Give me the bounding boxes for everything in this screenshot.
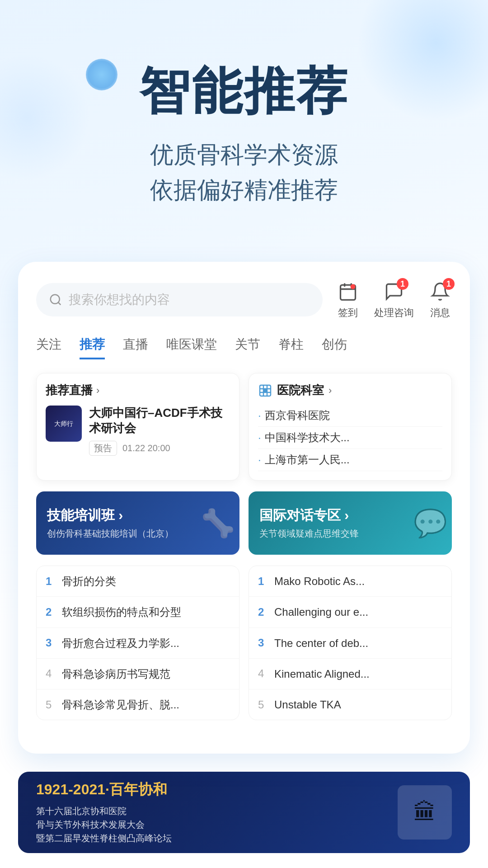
list-text-4: 骨科急诊病历书写规范 (62, 667, 170, 681)
live-title: 大师中国行–ACDF手术技术研讨会 (89, 406, 230, 436)
signin-label: 签到 (338, 306, 358, 320)
svg-point-5 (351, 284, 356, 289)
list-rtext-5: Unstable TKA (274, 698, 341, 712)
list-text-3: 骨折愈合过程及力学影... (62, 636, 179, 650)
banner-training-deco: 🦴 (201, 507, 235, 539)
live-meta: 预告 01.22 20:00 (89, 441, 230, 456)
nav-tabs: 关注 推荐 直播 唯医课堂 关节 脊柱 创伤 (36, 336, 452, 359)
bottom-banner-sub3: 暨第二届早发性脊柱侧凸高峰论坛 (36, 831, 398, 845)
hospital-card[interactable]: 医院科室 › 西京骨科医院 中国科学技术大... 上海市第一人民... (249, 373, 452, 481)
list-rnum-4: 4 (258, 667, 267, 680)
list-num-4: 4 (46, 667, 55, 680)
search-placeholder: 搜索你想找的内容 (69, 291, 170, 308)
building-icon: 🏛 (413, 799, 436, 826)
live-info: 大师中国行–ACDF手术技术研讨会 预告 01.22 20:00 (89, 406, 230, 456)
hero-title: 智能推荐 (27, 63, 461, 119)
toolbar-icons: 签到 1 处理咨询 1 消息 (336, 280, 452, 320)
list-rnum-1: 1 (258, 575, 267, 588)
search-icon (49, 293, 62, 307)
list-item[interactable]: 5 Unstable TKA (249, 689, 451, 720)
banner-training[interactable]: 技能培训班 › 创伤骨科基础技能培训（北京） 🦴 (36, 491, 239, 555)
hospital-item-1[interactable]: 西京骨科医院 (258, 405, 442, 427)
messages-label: 消息 (430, 306, 450, 320)
app-mockup-card: 搜索你想找的内容 签到 1 (18, 262, 470, 754)
live-card-arrow: › (96, 385, 99, 396)
list-left: 1 骨折的分类 2 软组织损伤的特点和分型 3 骨折愈合过程及力学影... 4 … (36, 566, 239, 720)
bottom-banner-title: 1921-2021·百年协和 (36, 780, 398, 800)
list-num-5: 5 (46, 698, 55, 711)
list-item[interactable]: 4 骨科急诊病历书写规范 (37, 659, 239, 689)
list-item[interactable]: 3 The center of deb... (249, 628, 451, 659)
live-card-title: 推荐直播 (46, 382, 93, 398)
consult-badge: 1 (397, 278, 408, 290)
banner-international-deco: 💬 (413, 507, 447, 539)
hero-subtitle-line2: 依据偏好精准推荐 (27, 172, 461, 208)
list-num-2: 2 (46, 606, 55, 618)
calendar-icon (338, 282, 358, 302)
toolbar-item-signin[interactable]: 签到 (336, 280, 360, 320)
messages-badge: 1 (443, 278, 455, 290)
list-num-3: 3 (46, 637, 55, 649)
list-item[interactable]: 1 骨折的分类 (37, 566, 239, 597)
svg-rect-7 (263, 389, 267, 392)
toolbar-item-consult[interactable]: 1 处理咨询 (374, 280, 414, 320)
hospital-header: 医院科室 › (258, 382, 442, 398)
list-rnum-2: 2 (258, 606, 267, 618)
chat-icon-wrap: 1 (382, 280, 406, 303)
hospital-item-3[interactable]: 上海市第一人民... (258, 449, 442, 471)
toolbar-item-messages[interactable]: 1 消息 (428, 280, 452, 320)
list-item[interactable]: 5 骨科急诊常见骨折、脱... (37, 689, 239, 720)
hero-section: 智能推荐 优质骨科学术资源 依据偏好精准推荐 (0, 0, 488, 235)
live-card-header: 推荐直播 › (46, 382, 230, 398)
hospital-card-title: 医院科室 (277, 382, 324, 398)
hero-subtitle-line1: 优质骨科学术资源 (27, 137, 461, 172)
list-num-1: 1 (46, 575, 55, 588)
list-text-5: 骨科急诊常见骨折、脱... (62, 698, 179, 712)
banner-international[interactable]: 国际对话专区 › 关节领域疑难点思维交锋 💬 (249, 491, 452, 555)
bottom-banner-right: 🏛 (398, 785, 452, 840)
bell-icon-wrap: 1 (428, 280, 452, 303)
list-item[interactable]: 1 Mako Robotic As... (249, 566, 451, 597)
list-rtext-1: Mako Robotic As... (274, 574, 365, 588)
banner-row: 技能培训班 › 创伤骨科基础技能培训（北京） 🦴 国际对话专区 › 关节领域疑难… (36, 491, 452, 555)
live-thumb-text: 大师行 (52, 418, 75, 429)
list-rtext-2: Challenging our e... (274, 605, 368, 619)
tab-follow[interactable]: 关注 (36, 336, 61, 359)
hospital-icon (258, 383, 272, 398)
list-item[interactable]: 4 Kinematic Aligned... (249, 659, 451, 689)
consult-label: 处理咨询 (374, 306, 414, 320)
search-row: 搜索你想找的内容 签到 1 (36, 280, 452, 320)
bottom-banner-sub1: 第十六届北京协和医院 (36, 804, 398, 818)
tab-recommend[interactable]: 推荐 (80, 336, 105, 359)
bottom-banner[interactable]: 1921-2021·百年协和 第十六届北京协和医院 骨与关节外科技术发展大会 暨… (18, 772, 470, 853)
tab-trauma[interactable]: 创伤 (322, 336, 347, 359)
live-card[interactable]: 推荐直播 › 大师行 大师中国行–ACDF手术技术研讨会 预告 01.22 20… (36, 373, 239, 481)
list-rtext-4: Kinematic Aligned... (274, 667, 370, 681)
list-item[interactable]: 2 软组织损伤的特点和分型 (37, 597, 239, 627)
lists-row: 1 骨折的分类 2 软组织损伤的特点和分型 3 骨折愈合过程及力学影... 4 … (36, 566, 452, 720)
hospital-item-2[interactable]: 中国科学技术大... (258, 427, 442, 449)
tab-course[interactable]: 唯医课堂 (166, 336, 217, 359)
live-thumbnail: 大师行 (46, 406, 82, 442)
hero-subtitle: 优质骨科学术资源 依据偏好精准推荐 (27, 137, 461, 208)
search-bar[interactable]: 搜索你想找的内容 (36, 283, 323, 316)
list-text-1: 骨折的分类 (62, 574, 116, 588)
live-tag: 预告 (89, 441, 117, 456)
cards-row: 推荐直播 › 大师行 大师中国行–ACDF手术技术研讨会 预告 01.22 20… (36, 373, 452, 481)
calendar-icon-wrap (336, 280, 360, 303)
tab-joint[interactable]: 关节 (235, 336, 260, 359)
list-right: 1 Mako Robotic As... 2 Challenging our e… (249, 566, 452, 720)
list-rnum-3: 3 (258, 637, 267, 649)
list-item[interactable]: 2 Challenging our e... (249, 597, 451, 627)
tab-live[interactable]: 直播 (123, 336, 148, 359)
list-text-2: 软组织损伤的特点和分型 (62, 605, 181, 619)
live-item: 大师行 大师中国行–ACDF手术技术研讨会 预告 01.22 20:00 (46, 406, 230, 456)
list-rnum-5: 5 (258, 698, 267, 711)
live-time: 01.22 20:00 (122, 443, 170, 453)
list-rtext-3: The center of deb... (274, 636, 368, 650)
list-item[interactable]: 3 骨折愈合过程及力学影... (37, 628, 239, 659)
bottom-banner-left: 1921-2021·百年协和 第十六届北京协和医院 骨与关节外科技术发展大会 暨… (36, 780, 398, 845)
svg-point-0 (51, 295, 60, 304)
tab-spine[interactable]: 脊柱 (278, 336, 304, 359)
bottom-banner-sub2: 骨与关节外科技术发展大会 (36, 818, 398, 831)
